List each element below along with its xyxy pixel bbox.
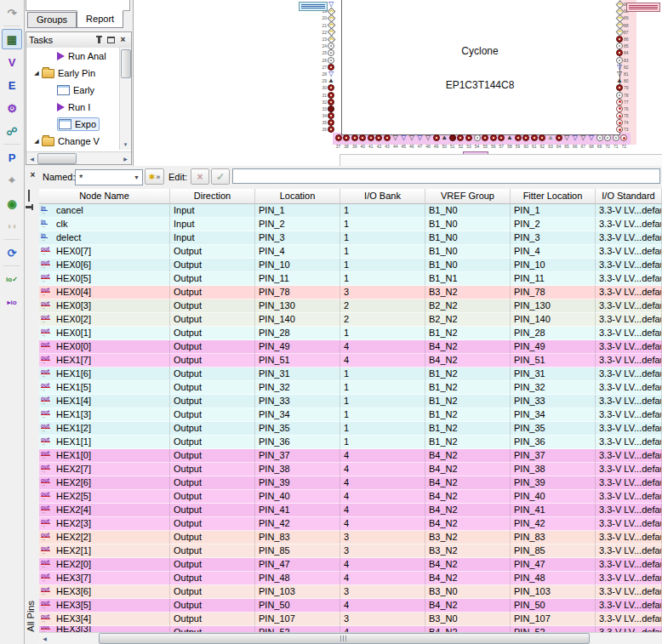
edit-input[interactable] xyxy=(232,168,660,184)
package-pin[interactable] xyxy=(465,134,472,141)
package-pin[interactable] xyxy=(482,134,488,141)
package-pin[interactable] xyxy=(328,57,334,64)
package-pin[interactable] xyxy=(616,49,623,56)
table-row[interactable]: out→HEX2[7]OutputPIN_384B4_N2PIN_383.3-V… xyxy=(39,463,662,476)
named-filter-select[interactable]: * ▼ xyxy=(75,169,143,185)
package-pin[interactable]: ▽ xyxy=(416,134,423,141)
table-row[interactable]: in→clkInputPIN_21B1_N0PIN_23.3-V LV...de… xyxy=(39,218,662,231)
package-pin[interactable] xyxy=(359,134,366,141)
table-row[interactable]: out→HEX1[4]OutputPIN_331B1_N2PIN_333.3-V… xyxy=(39,395,662,408)
scrollbar-thumb[interactable] xyxy=(37,153,77,164)
pin-migration-icon[interactable]: P xyxy=(2,147,22,168)
refresh-icon[interactable]: ⟳ xyxy=(2,242,22,263)
pin-icon[interactable] xyxy=(94,35,105,46)
scrollbar-thumb[interactable] xyxy=(99,633,590,644)
package-pin[interactable] xyxy=(328,126,334,133)
column-header-node-name[interactable]: Node Name xyxy=(39,189,170,204)
package-pin[interactable] xyxy=(449,134,456,141)
table-row[interactable]: out→HEX2[1]OutputPIN_853B3_N2PIN_853.3-V… xyxy=(39,544,662,558)
package-pin[interactable] xyxy=(328,49,334,56)
find-icon[interactable]: ♀♀ xyxy=(2,216,22,237)
package-pin[interactable]: ▽ xyxy=(400,134,407,141)
close-icon[interactable]: × xyxy=(27,169,38,180)
package-pin[interactable] xyxy=(616,43,623,49)
package-pin[interactable] xyxy=(616,119,623,126)
scroll-left-icon[interactable]: ◀ xyxy=(39,633,50,644)
close-icon[interactable]: × xyxy=(117,35,128,46)
package-pin[interactable]: ▽ xyxy=(588,134,595,141)
column-header-location[interactable]: Location xyxy=(255,189,340,204)
package-pin[interactable] xyxy=(474,134,481,141)
package-pin[interactable] xyxy=(351,134,358,141)
expander-icon[interactable]: ◢ xyxy=(33,70,40,77)
table-row[interactable]: out→HEX1[6]OutputPIN_311B1_N2PIN_313.3-V… xyxy=(39,368,662,381)
package-pin[interactable] xyxy=(556,134,562,141)
package-pin[interactable]: ▽ xyxy=(563,134,570,141)
table-row[interactable]: out→HEX2[5]OutputPIN_404B4_N2PIN_403.3-V… xyxy=(39,490,662,504)
package-pin[interactable]: ▲ xyxy=(616,77,623,84)
package-pin[interactable] xyxy=(620,134,627,141)
package-pin[interactable] xyxy=(490,134,497,141)
package-pin[interactable] xyxy=(515,134,522,141)
package-pin[interactable]: ▲ xyxy=(547,134,554,141)
all-pins-tab[interactable]: All Pins xyxy=(26,601,39,632)
pin-icon[interactable] xyxy=(27,204,30,210)
tasks-tree-item[interactable]: Early xyxy=(26,82,119,99)
package-pin[interactable] xyxy=(596,134,603,141)
package-pin[interactable] xyxy=(328,92,334,99)
table-row[interactable]: out→HEX2[6]OutputPIN_394B4_N2PIN_393.3-V… xyxy=(39,476,662,490)
package-pin[interactable] xyxy=(335,134,342,141)
package-pin[interactable] xyxy=(522,134,529,141)
package-pin[interactable] xyxy=(328,112,334,119)
package-pin[interactable] xyxy=(384,134,391,141)
table-row[interactable]: out→HEX0[2]OutputPIN_1402B2_N2PIN_1403.3… xyxy=(39,313,662,327)
column-header-i-o-bank[interactable]: I/O Bank xyxy=(340,189,425,204)
package-pin[interactable] xyxy=(604,134,611,141)
package-pin[interactable] xyxy=(616,29,623,36)
tasks-tree-item[interactable]: Expo xyxy=(26,116,119,133)
table-row[interactable]: out→HEX0[3]OutputPIN_1302B2_N2PIN_1303.3… xyxy=(39,299,662,313)
column-header-i-o-standard[interactable]: I/O Standard xyxy=(596,189,662,204)
table-row[interactable]: out→HEX3[4]OutputPIN_1073B3_N0PIN_1073.3… xyxy=(39,613,662,626)
column-header-vref-group[interactable]: VREF Group xyxy=(425,189,511,204)
table-row[interactable]: out→HEX0[5]OutputPIN_111B1_N1PIN_113.3-V… xyxy=(39,272,662,286)
package-horizontal-scrollbar[interactable] xyxy=(340,154,662,166)
node-finder-button[interactable]: ✱ » xyxy=(145,168,164,185)
io-run-icon[interactable]: ▸io xyxy=(2,292,22,312)
tab-groups[interactable]: Groups xyxy=(27,12,77,28)
tasks-tree-item[interactable]: ◢Early Pin xyxy=(26,65,119,82)
package-pin[interactable] xyxy=(328,105,334,112)
table-row[interactable]: out→HEX0[6]OutputPIN_101B1_N0PIN_103.3-V… xyxy=(39,259,662,272)
package-pin[interactable] xyxy=(328,99,334,105)
column-header-direction[interactable]: Direction xyxy=(170,189,255,204)
expander-icon[interactable]: ◢ xyxy=(33,138,40,145)
table-row[interactable]: out→HEX1[5]OutputPIN_321B1_N2PIN_323.3-V… xyxy=(39,381,662,395)
package-pin[interactable]: ▲ xyxy=(328,77,334,84)
package-pin[interactable]: ▲ xyxy=(506,134,513,141)
package-pin[interactable] xyxy=(616,105,623,112)
table-row[interactable]: out→HEX3[6]OutputPIN_1033B3_N0PIN_1033.3… xyxy=(39,585,662,599)
table-row[interactable]: out→HEX2[2]OutputPIN_833B3_N2PIN_833.3-V… xyxy=(39,531,662,544)
float-icon[interactable] xyxy=(106,35,117,46)
tasks-tree-item[interactable]: Run Anal xyxy=(26,48,119,65)
redo-icon[interactable]: ↷ xyxy=(2,3,22,23)
package-pin[interactable] xyxy=(328,36,334,43)
netlist-viewer-icon[interactable]: V xyxy=(2,52,22,72)
resource-icon[interactable]: ◉ xyxy=(2,193,22,214)
table-row[interactable]: out→HEX3[7]OutputPIN_484B4_N2PIN_483.3-V… xyxy=(39,572,662,585)
edit-cancel-button[interactable]: × xyxy=(191,168,209,185)
package-pin[interactable] xyxy=(375,134,382,141)
package-pin[interactable]: ▽ xyxy=(579,134,586,141)
table-row[interactable]: out→HEX3[5]OutputPIN_504B4_N2PIN_503.3-V… xyxy=(39,599,662,613)
float-icon[interactable] xyxy=(28,191,30,201)
package-pin[interactable] xyxy=(328,84,334,91)
edit-accept-button[interactable]: ✓ xyxy=(211,168,230,185)
table-row[interactable]: out→HEX2[3]OutputPIN_424B4_N2PIN_423.3-V… xyxy=(39,517,662,531)
package-pin[interactable] xyxy=(328,119,334,126)
package-pin[interactable] xyxy=(613,134,619,141)
tasks-vertical-scrollbar[interactable]: ▼ xyxy=(119,48,131,150)
package-pin[interactable] xyxy=(343,134,350,141)
package-pin[interactable]: ▽ xyxy=(425,134,431,141)
table-row[interactable]: out→HEX0[4]OutputPIN_783B3_N2PIN_783.3-V… xyxy=(39,286,662,299)
table-row[interactable]: out→HEX2[4]OutputPIN_414B4_N2PIN_413.3-V… xyxy=(39,504,662,517)
